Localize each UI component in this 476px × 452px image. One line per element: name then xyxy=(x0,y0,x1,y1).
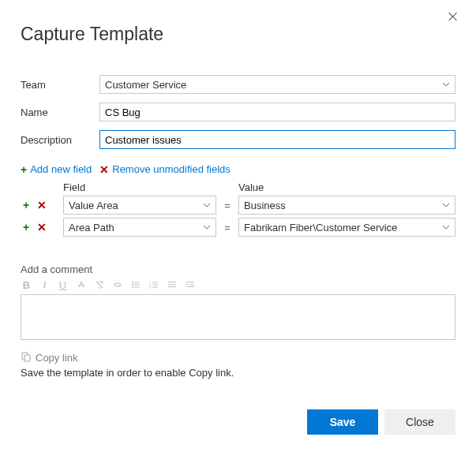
row-add-icon[interactable]: + xyxy=(21,200,32,211)
underline-icon[interactable]: U xyxy=(57,278,69,291)
svg-point-0 xyxy=(132,282,133,283)
chevron-down-icon xyxy=(442,203,450,207)
field-row: + ✕ Area Path = Fabrikam Fiber\Customer … xyxy=(21,218,455,237)
team-label: Team xyxy=(21,79,99,91)
svg-rect-7 xyxy=(152,282,158,283)
italic-icon[interactable]: I xyxy=(39,278,51,291)
svg-point-4 xyxy=(132,286,133,288)
name-label: Name xyxy=(21,106,99,118)
svg-rect-14 xyxy=(168,286,176,287)
field-name-select[interactable]: Area Path xyxy=(63,218,216,237)
svg-rect-19 xyxy=(24,355,30,361)
rich-text-toolbar: B I U 123 xyxy=(21,278,455,291)
copy-link-help-text: Save the template in order to enable Cop… xyxy=(21,367,455,379)
add-new-field-link[interactable]: + Add new field xyxy=(21,163,92,175)
remove-unmodified-label: Remove unmodified fields xyxy=(112,163,231,175)
svg-rect-9 xyxy=(152,285,158,286)
add-new-field-label: Add new field xyxy=(30,163,92,175)
svg-rect-3 xyxy=(134,285,140,286)
svg-text:3: 3 xyxy=(149,286,152,290)
chevron-down-icon xyxy=(442,82,450,87)
field-name-value: Area Path xyxy=(69,222,114,233)
svg-rect-11 xyxy=(152,287,158,288)
svg-rect-16 xyxy=(189,284,194,285)
field-value-text: Business xyxy=(244,200,286,211)
x-icon: ✕ xyxy=(99,164,109,175)
row-remove-icon[interactable]: ✕ xyxy=(36,200,47,211)
number-list-icon[interactable]: 123 xyxy=(148,278,159,291)
copy-link-label: Copy link xyxy=(36,352,77,364)
comment-textarea[interactable] xyxy=(21,294,455,340)
plus-icon: + xyxy=(21,164,27,175)
link-icon[interactable] xyxy=(111,278,123,291)
field-column-header: Field xyxy=(63,181,216,193)
field-value-select[interactable]: Fabrikam Fiber\Customer Service xyxy=(238,218,455,237)
svg-rect-1 xyxy=(134,282,140,283)
row-remove-icon[interactable]: ✕ xyxy=(36,222,47,233)
chevron-down-icon xyxy=(203,203,211,207)
name-input[interactable] xyxy=(105,106,450,118)
svg-rect-15 xyxy=(186,282,194,282)
svg-rect-5 xyxy=(134,287,140,288)
team-select[interactable]: Customer Service xyxy=(99,75,455,94)
svg-rect-13 xyxy=(171,284,176,285)
name-input-wrapper xyxy=(99,103,455,121)
team-select-value: Customer Service xyxy=(105,79,186,91)
outdent-icon[interactable] xyxy=(166,278,178,291)
chevron-down-icon xyxy=(203,225,211,230)
field-value-text: Fabrikam Fiber\Customer Service xyxy=(244,222,397,233)
field-name-select[interactable]: Value Area xyxy=(63,196,216,215)
equals-sign: = xyxy=(216,200,238,211)
field-name-value: Value Area xyxy=(69,200,118,211)
svg-rect-17 xyxy=(186,286,194,287)
remove-unmodified-link[interactable]: ✕ Remove unmodified fields xyxy=(99,163,231,175)
comment-label: Add a comment xyxy=(21,263,455,275)
bold-icon[interactable]: B xyxy=(21,278,32,291)
svg-point-2 xyxy=(132,284,133,286)
field-value-select[interactable]: Business xyxy=(238,196,455,215)
svg-rect-12 xyxy=(168,282,176,282)
copy-link-icon xyxy=(21,351,32,364)
description-input-wrapper xyxy=(99,130,455,149)
description-input[interactable] xyxy=(105,134,450,146)
value-column-header: Value xyxy=(238,181,455,193)
dialog-title: Capture Template xyxy=(21,24,455,45)
font-color-icon[interactable] xyxy=(75,278,87,291)
save-button[interactable]: Save xyxy=(307,409,378,435)
bullet-list-icon[interactable] xyxy=(129,278,141,291)
equals-sign: = xyxy=(216,222,238,233)
close-icon[interactable] xyxy=(448,11,459,22)
close-button[interactable]: Close xyxy=(384,409,455,435)
row-add-icon[interactable]: + xyxy=(21,222,32,233)
description-label: Description xyxy=(21,134,99,146)
indent-icon[interactable] xyxy=(184,278,196,291)
chevron-down-icon xyxy=(442,225,450,230)
clear-format-icon[interactable] xyxy=(93,278,105,291)
field-row: + ✕ Value Area = Business xyxy=(21,196,455,215)
